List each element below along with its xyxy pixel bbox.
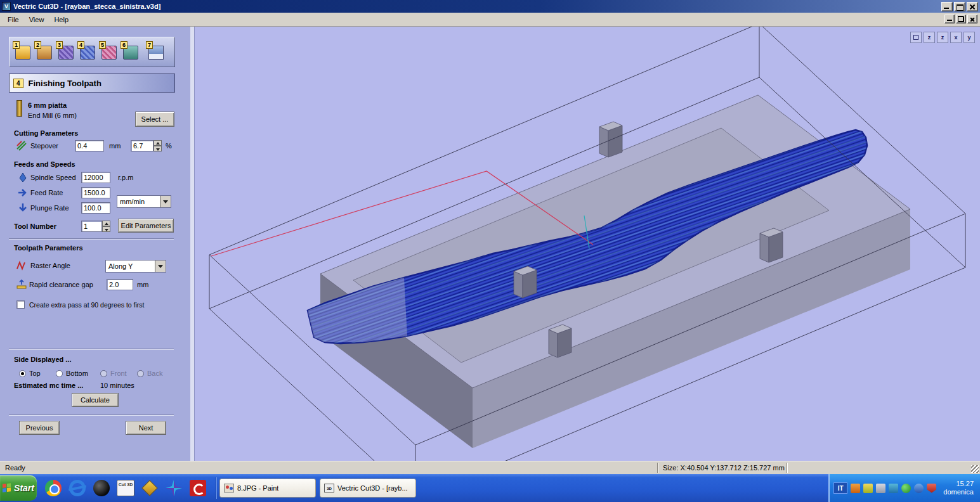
- step-3-roughing-button[interactable]: 3: [56, 42, 75, 62]
- menu-view[interactable]: View: [24, 15, 49, 25]
- tray-orange-icon[interactable]: [851, 484, 860, 493]
- step-1-load-model-button[interactable]: 1: [13, 42, 32, 62]
- window-title: Vectric Cut3D - [rayban_stecca_sinistra.…: [13, 3, 941, 10]
- clock-time: 15.27: [943, 480, 974, 488]
- tray-shield-icon[interactable]: [927, 484, 936, 493]
- clock[interactable]: 15.27 domenica: [943, 480, 974, 496]
- language-indicator[interactable]: IT: [833, 482, 847, 494]
- side-back-radio[interactable]: [137, 370, 144, 377]
- chrome-icon[interactable]: [43, 478, 63, 498]
- minimize-button[interactable]: [941, 2, 953, 11]
- screen: V Vectric Cut3D - [rayban_stecca_sinistr…: [0, 0, 980, 502]
- side-bottom-radio[interactable]: [56, 370, 63, 377]
- cutting-parameters-title: Cutting Parameters: [14, 129, 78, 137]
- raster-angle-dropdown[interactable]: Along Y: [105, 260, 166, 273]
- extra-pass-checkbox[interactable]: [16, 300, 25, 309]
- spin-up-button[interactable]: [102, 221, 110, 226]
- spin-down-button[interactable]: [154, 146, 162, 151]
- extra-pass-label: Create extra pass at 90 degrees to first: [29, 301, 145, 309]
- clearance-gap-label: Rapid clearance gap: [29, 281, 93, 288]
- step-2-orient-model-button[interactable]: 2: [35, 42, 54, 62]
- view-up-z-icon[interactable]: z: [937, 32, 948, 43]
- internet-explorer-icon[interactable]: [67, 478, 88, 498]
- paint-icon: [224, 484, 234, 492]
- start-button[interactable]: Start: [0, 475, 37, 501]
- post: [549, 325, 572, 357]
- toolpath-panel: 1 2 3 4 5 6 7: [0, 27, 190, 461]
- select-tool-button[interactable]: Select ...: [135, 112, 174, 127]
- tool-number-spinner: [102, 221, 110, 232]
- child-minimize-button[interactable]: [944, 15, 955, 23]
- stepover-unit: mm: [109, 142, 121, 150]
- view-toolbar: z z x y: [910, 32, 975, 43]
- taskbar-separator: [216, 477, 217, 499]
- step-4-finishing-button[interactable]: 4: [78, 42, 97, 62]
- tool-number-input[interactable]: [81, 221, 102, 232]
- tray-display-icon[interactable]: [889, 484, 898, 493]
- child-restore-button[interactable]: [956, 15, 966, 23]
- step-6-preview-button[interactable]: 6: [121, 42, 140, 62]
- menu-help[interactable]: Help: [49, 15, 74, 25]
- spin-up-button[interactable]: [154, 140, 162, 146]
- side-back-label: Back: [147, 370, 162, 377]
- iso-view-icon[interactable]: [910, 32, 922, 43]
- tray-calculator-icon[interactable]: [876, 484, 885, 493]
- stepover-label: Stepover: [30, 142, 58, 150]
- stepover-input[interactable]: [75, 140, 104, 151]
- task-button-paint[interactable]: 8.JPG - Paint: [219, 479, 316, 498]
- feed-rate-icon: [18, 188, 28, 198]
- clearance-gap-icon: [16, 280, 27, 290]
- view-down-z-icon[interactable]: z: [924, 32, 935, 43]
- viewport-3d[interactable]: z z x y: [195, 27, 980, 461]
- divider: [9, 415, 174, 416]
- side-front-label: Front: [110, 370, 127, 377]
- sketchup-icon[interactable]: [140, 478, 160, 498]
- panel-title: Finishing Toolpath: [29, 79, 101, 88]
- feed-units-value: mm/min: [117, 198, 160, 205]
- child-close-button[interactable]: [967, 15, 977, 23]
- view-along-x-icon[interactable]: x: [950, 32, 962, 43]
- panel-splitter[interactable]: [190, 27, 195, 461]
- stepover-percent-input[interactable]: [131, 140, 154, 151]
- compass-icon[interactable]: [164, 478, 184, 498]
- spin-down-button[interactable]: [102, 226, 110, 232]
- task-button-cut3d[interactable]: 3D Vectric Cut3D - [rayb...: [320, 479, 416, 498]
- chevron-down-icon[interactable]: [160, 196, 171, 207]
- resize-grip[interactable]: [971, 465, 979, 473]
- maximize-button[interactable]: [954, 2, 965, 11]
- divider: [9, 349, 174, 350]
- plunge-rate-label: Plunge Rate: [30, 204, 69, 212]
- tool-desc: End Mill (6 mm): [28, 112, 77, 119]
- start-label: Start: [14, 483, 34, 493]
- close-button[interactable]: [967, 2, 978, 11]
- spindle-speed-input[interactable]: [81, 172, 110, 183]
- scene-3d: [195, 27, 980, 461]
- clearance-gap-input[interactable]: [107, 279, 133, 290]
- plunge-rate-input[interactable]: [81, 202, 110, 214]
- media-player-icon[interactable]: [91, 478, 112, 498]
- tray-green-icon[interactable]: [901, 484, 911, 493]
- clearance-gap-unit: mm: [137, 281, 148, 288]
- steps-toolbar: 1 2 3 4 5 6 7: [9, 37, 175, 67]
- tool-name: 6 mm piatta: [28, 101, 67, 109]
- feed-units-dropdown[interactable]: mm/min: [117, 195, 171, 208]
- tray-update-icon[interactable]: [914, 484, 924, 493]
- spindle-speed-label: Spindle Speed: [30, 174, 76, 181]
- edit-parameters-button[interactable]: Edit Parameters: [118, 219, 174, 233]
- stepover-icon: [16, 141, 27, 151]
- system-tray: IT 15.27 domenica: [828, 474, 980, 502]
- view-along-y-icon[interactable]: y: [964, 32, 975, 43]
- calculate-button[interactable]: Calculate: [72, 393, 119, 407]
- step-5-cutout-button[interactable]: 5: [100, 42, 119, 62]
- side-top-radio[interactable]: [19, 370, 26, 377]
- side-front-radio[interactable]: [100, 370, 107, 377]
- next-button[interactable]: Next: [126, 421, 166, 435]
- pdf-reader-icon[interactable]: [188, 478, 208, 498]
- step-7-save-button[interactable]: 7: [147, 42, 166, 62]
- tray-chart-icon[interactable]: [863, 484, 873, 493]
- cut3d-icon[interactable]: Cut 3D: [115, 478, 136, 498]
- previous-button[interactable]: Previous: [19, 421, 60, 435]
- chevron-down-icon[interactable]: [155, 261, 166, 272]
- menu-file[interactable]: File: [3, 15, 24, 25]
- feed-rate-input[interactable]: [81, 187, 110, 198]
